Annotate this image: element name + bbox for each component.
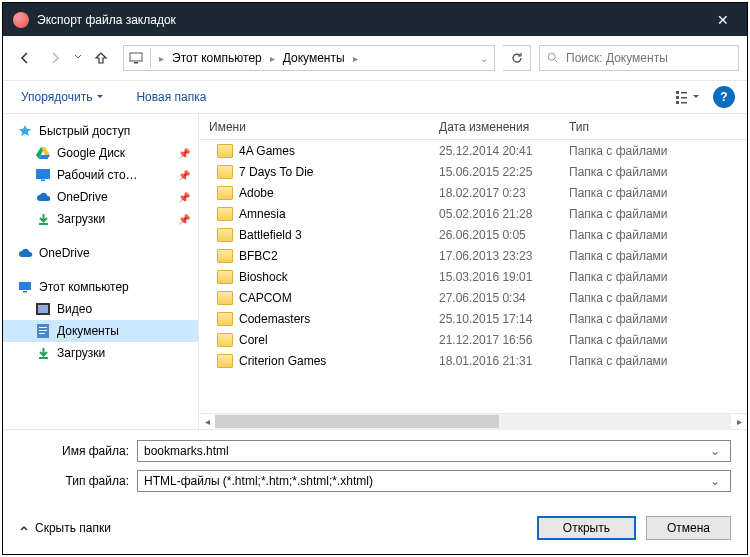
sidebar-item-documents[interactable]: Документы <box>3 320 198 342</box>
pin-icon: 📌 <box>178 214 190 225</box>
sidebar-item-google-drive[interactable]: Google Диск 📌 <box>3 142 198 164</box>
chevron-down-icon[interactable]: ⌄ <box>706 474 724 488</box>
download-icon <box>35 345 51 361</box>
table-row[interactable]: 7 Days To Die15.06.2015 22:25Папка с фай… <box>199 161 747 182</box>
close-button[interactable]: ✕ <box>701 3 745 36</box>
sidebar-item-quick-access[interactable]: Быстрый доступ <box>3 120 198 142</box>
title-bar: Экспорт файла закладок ✕ <box>3 3 747 36</box>
horizontal-scrollbar[interactable]: ◂ ▸ <box>199 413 747 429</box>
organize-label: Упорядочить <box>21 90 92 104</box>
navigation-bar: ▸ Этот компьютер ▸ Документы ▸ ⌄ <box>3 36 747 80</box>
address-dropdown[interactable]: ⌄ <box>476 53 492 64</box>
filename-input[interactable] <box>144 444 706 458</box>
folder-icon <box>217 291 233 305</box>
chevron-right-icon[interactable]: ▸ <box>266 53 279 64</box>
sidebar-item-this-pc[interactable]: Этот компьютер <box>3 276 198 298</box>
file-type: Папка с файлами <box>559 333 747 347</box>
file-type: Папка с файлами <box>559 207 747 221</box>
file-type: Папка с файлами <box>559 186 747 200</box>
hide-folders-button[interactable]: Скрыть папки <box>19 521 111 535</box>
svg-rect-18 <box>39 333 45 334</box>
sidebar-item-label: Быстрый доступ <box>39 124 130 138</box>
svg-rect-16 <box>39 327 47 328</box>
chevron-right-icon[interactable]: ▸ <box>349 53 362 64</box>
svg-rect-7 <box>681 97 687 99</box>
cancel-button[interactable]: Отмена <box>646 516 731 540</box>
dialog-footer: Скрыть папки Открыть Отмена <box>3 502 747 554</box>
column-type[interactable]: Тип <box>559 120 747 134</box>
file-name: Adobe <box>239 186 274 200</box>
video-icon <box>35 301 51 317</box>
scroll-left-icon[interactable]: ◂ <box>199 416 215 427</box>
svg-rect-17 <box>39 330 47 331</box>
table-row[interactable]: Amnesia05.02.2016 21:28Папка с файлами <box>199 203 747 224</box>
file-date: 05.02.2016 21:28 <box>429 207 559 221</box>
table-row[interactable]: Bioshock15.03.2016 19:01Папка с файлами <box>199 266 747 287</box>
window-title: Экспорт файла закладок <box>37 13 701 27</box>
pin-icon: 📌 <box>178 148 190 159</box>
folder-icon <box>217 165 233 179</box>
file-type: Папка с файлами <box>559 312 747 326</box>
filetype-field[interactable]: HTML-файлы (*.html;*.htm;*.shtml;*.xhtml… <box>137 470 731 492</box>
table-row[interactable]: CAPCOM27.06.2015 0:34Папка с файлами <box>199 287 747 308</box>
open-button[interactable]: Открыть <box>537 516 636 540</box>
breadcrumb-folder[interactable]: Документы <box>279 51 349 65</box>
table-row[interactable]: BFBC217.06.2013 23:23Папка с файлами <box>199 245 747 266</box>
filetype-label: Тип файла: <box>49 474 129 488</box>
folder-icon <box>217 207 233 221</box>
sidebar-item-onedrive[interactable]: OneDrive 📌 <box>3 186 198 208</box>
sidebar-item-label: OneDrive <box>39 246 90 260</box>
chevron-right-icon[interactable]: ▸ <box>155 53 168 64</box>
pc-icon <box>128 50 144 66</box>
table-row[interactable]: Adobe18.02.2017 0:23Папка с файлами <box>199 182 747 203</box>
table-row[interactable]: Battlefield 326.06.2015 0:05Папка с файл… <box>199 224 747 245</box>
file-name: BFBC2 <box>239 249 278 263</box>
chevron-down-icon[interactable]: ⌄ <box>706 444 724 458</box>
file-type: Папка с файлами <box>559 165 747 179</box>
filename-field[interactable]: ⌄ <box>137 440 731 462</box>
sidebar-item-videos[interactable]: Видео <box>3 298 198 320</box>
table-row[interactable]: Codemasters25.10.2015 17:14Папка с файла… <box>199 308 747 329</box>
file-date: 15.03.2016 19:01 <box>429 270 559 284</box>
google-drive-icon <box>35 145 51 161</box>
file-type: Папка с файлами <box>559 270 747 284</box>
address-bar[interactable]: ▸ Этот компьютер ▸ Документы ▸ ⌄ <box>123 45 495 71</box>
up-button[interactable] <box>87 44 115 72</box>
filetype-value: HTML-файлы (*.html;*.htm;*.shtml;*.xhtml… <box>144 474 706 488</box>
svg-rect-1 <box>134 62 138 64</box>
folder-icon <box>217 354 233 368</box>
file-name: Bioshock <box>239 270 288 284</box>
organize-button[interactable]: Упорядочить <box>15 90 110 104</box>
sidebar-item-downloads[interactable]: Загрузки 📌 <box>3 208 198 230</box>
table-row[interactable]: 4A Games25.12.2014 20:41Папка с файлами <box>199 140 747 161</box>
column-name[interactable]: Имени <box>199 120 429 134</box>
new-folder-label: Новая папка <box>136 90 206 104</box>
svg-rect-4 <box>676 96 679 99</box>
search-box[interactable] <box>539 45 739 71</box>
help-button[interactable]: ? <box>713 86 735 108</box>
search-input[interactable] <box>566 51 738 65</box>
file-list[interactable]: 4A Games25.12.2014 20:41Папка с файлами7… <box>199 140 747 413</box>
file-date: 25.10.2015 17:14 <box>429 312 559 326</box>
sidebar-item-label: Загрузки <box>57 212 105 226</box>
table-row[interactable]: Criterion Games18.01.2016 21:31Папка с ф… <box>199 350 747 371</box>
svg-rect-11 <box>19 282 31 290</box>
breadcrumb-root[interactable]: Этот компьютер <box>168 51 266 65</box>
back-button[interactable] <box>11 44 39 72</box>
column-date[interactable]: Дата изменения <box>429 120 559 134</box>
file-type: Папка с файлами <box>559 291 747 305</box>
scroll-right-icon[interactable]: ▸ <box>731 416 747 427</box>
star-icon <box>17 123 33 139</box>
history-dropdown[interactable] <box>71 51 85 65</box>
sidebar-item-downloads2[interactable]: Загрузки <box>3 342 198 364</box>
sidebar-item-label: Рабочий сто… <box>57 168 138 182</box>
new-folder-button[interactable]: Новая папка <box>130 90 212 104</box>
refresh-button[interactable] <box>503 45 531 71</box>
view-mode-button[interactable] <box>671 84 705 110</box>
sidebar-item-onedrive-root[interactable]: OneDrive <box>3 242 198 264</box>
table-row[interactable]: Corel21.12.2017 16:56Папка с файлами <box>199 329 747 350</box>
file-name: Corel <box>239 333 268 347</box>
sidebar-item-desktop[interactable]: Рабочий сто… 📌 <box>3 164 198 186</box>
cloud-icon <box>35 189 51 205</box>
forward-button[interactable] <box>41 44 69 72</box>
